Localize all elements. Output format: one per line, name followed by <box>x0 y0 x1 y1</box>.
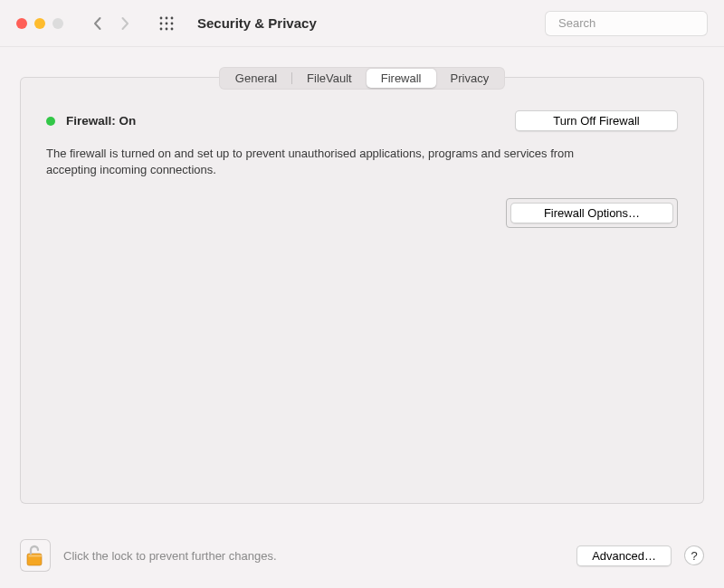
unlocked-padlock-icon <box>25 544 45 567</box>
tab-filevault[interactable]: FileVault <box>292 69 367 88</box>
advanced-button[interactable]: Advanced… <box>576 545 672 566</box>
search-field[interactable] <box>545 11 708 36</box>
show-all-prefs-button[interactable] <box>156 13 177 34</box>
turn-off-firewall-button[interactable]: Turn Off Firewall <box>515 110 678 131</box>
lock-hint-text: Click the lock to prevent further change… <box>63 549 277 563</box>
svg-point-8 <box>171 27 174 30</box>
svg-point-7 <box>166 27 168 30</box>
firewall-status-label: Firewall: On <box>66 114 136 128</box>
grid-icon <box>159 16 174 31</box>
chevron-right-icon <box>119 16 130 31</box>
window-footer: Click the lock to prevent further change… <box>0 525 724 588</box>
svg-point-1 <box>166 16 168 19</box>
back-button[interactable] <box>87 13 109 34</box>
svg-point-3 <box>160 22 163 24</box>
svg-point-6 <box>160 27 163 30</box>
forward-button[interactable] <box>114 13 136 34</box>
window-title: Security & Privacy <box>197 15 317 31</box>
svg-rect-11 <box>29 555 43 557</box>
nav-buttons <box>87 13 136 34</box>
window-controls <box>16 18 63 29</box>
tab-firewall[interactable]: Firewall <box>367 69 436 88</box>
lock-button[interactable] <box>20 539 51 572</box>
firewall-panel: Firewall: On Turn Off Firewall The firew… <box>20 77 704 504</box>
minimize-window-button[interactable] <box>34 18 45 29</box>
svg-point-5 <box>171 22 174 24</box>
search-input[interactable] <box>558 16 710 30</box>
tab-bar: General FileVault Firewall Privacy <box>219 67 505 90</box>
firewall-options-button[interactable]: Firewall Options… <box>510 203 673 223</box>
firewall-description: The firewall is turned on and set up to … <box>46 146 625 178</box>
svg-point-0 <box>160 16 163 19</box>
focused-control: Firewall Options… <box>506 198 678 228</box>
firewall-status-dot <box>46 117 55 126</box>
svg-point-2 <box>171 16 174 19</box>
window-toolbar: Security & Privacy <box>0 0 724 47</box>
zoom-window-button[interactable] <box>52 18 63 29</box>
tab-privacy[interactable]: Privacy <box>436 69 504 88</box>
tab-general[interactable]: General <box>221 69 291 88</box>
help-button[interactable]: ? <box>684 545 704 565</box>
chevron-left-icon <box>92 16 103 31</box>
svg-point-4 <box>166 22 168 24</box>
close-window-button[interactable] <box>16 18 27 29</box>
